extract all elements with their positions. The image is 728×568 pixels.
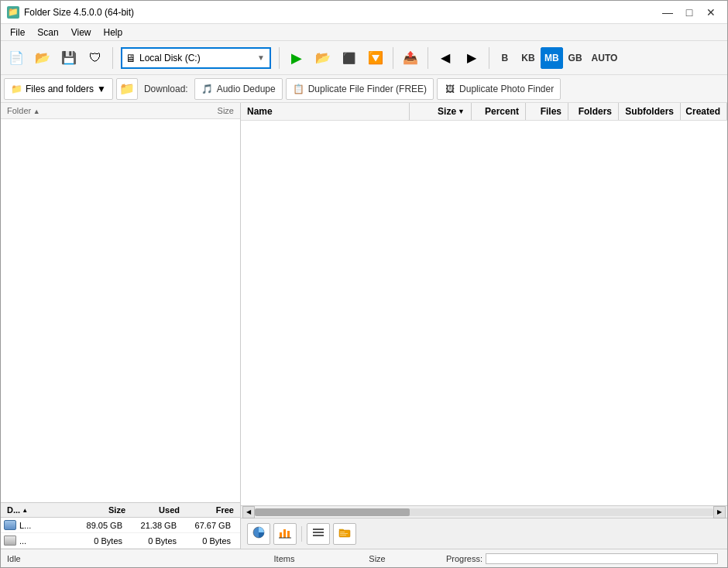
bar-chart-icon (279, 526, 291, 541)
drive-2-free: 0 Bytes (183, 536, 237, 546)
drive-list-header: D... ▲ Size Used Free (1, 503, 240, 518)
address-bar-input[interactable] (139, 53, 256, 63)
unit-b-button[interactable]: B (494, 47, 516, 69)
unit-kb-button[interactable]: KB (517, 47, 539, 69)
menu-help[interactable]: Help (98, 26, 129, 39)
bar-chart-tab[interactable] (273, 523, 297, 545)
files-folders-icon: 📁 (11, 84, 22, 94)
photo-finder-label: Duplicate Photo Finder (459, 84, 554, 94)
maximize-button[interactable]: □ (679, 5, 699, 20)
drive-size-col-header[interactable]: Size (46, 505, 129, 515)
unit-mb-button[interactable]: MB (541, 47, 563, 69)
window-controls: — □ ✕ (658, 5, 721, 20)
scroll-thumb[interactable] (255, 508, 410, 516)
drive-c-used: 21.38 GB (129, 521, 183, 530)
status-items: Items (238, 554, 331, 563)
save-button[interactable]: 💾 (57, 46, 81, 70)
drive-c-name: L... (4, 520, 46, 530)
col-header-subfolders[interactable]: Subfolders (619, 103, 681, 120)
unit-auto-button[interactable]: AUTO (588, 47, 622, 69)
drive-row-c[interactable]: L... 89.05 GB 21.38 GB 67.67 GB (1, 518, 240, 533)
col-folders-label: Folders (579, 106, 612, 117)
duplicate-file-finder-button[interactable]: 📋 Duplicate File Finder (FREE) (286, 78, 434, 100)
duplicate-finder-icon: 📋 (293, 83, 305, 95)
files-folders-button[interactable]: 📁 Files and folders ▼ (4, 78, 113, 100)
right-content[interactable] (241, 121, 727, 505)
unit-gb-button[interactable]: GB (565, 47, 586, 69)
stop-button[interactable]: ⬛ (337, 46, 362, 70)
folder-tree[interactable] (1, 119, 240, 502)
drive-2-used: 0 Bytes (129, 536, 183, 546)
pie-chart-icon (252, 526, 265, 541)
size-col-header[interactable]: Size (121, 106, 235, 115)
folder-view-tab[interactable] (333, 523, 356, 545)
bottom-tabs (241, 518, 727, 549)
play-button[interactable]: ▶ (284, 46, 309, 70)
scan-folder-button[interactable]: 📂 (311, 46, 335, 70)
toolbar-sep-4 (428, 47, 428, 69)
svg-rect-5 (313, 529, 324, 530)
export-button[interactable]: 📤 (398, 46, 423, 70)
open-button[interactable]: 📂 (30, 46, 55, 70)
status-size: Size (331, 554, 424, 563)
audio-dedupe-label: Audio Dedupe (217, 84, 276, 94)
close-button[interactable]: ✕ (701, 5, 721, 20)
address-bar-dropdown[interactable]: ▼ (256, 53, 266, 62)
col-size-label: Size (438, 106, 456, 117)
drive-col-header[interactable]: D... ▲ (4, 505, 46, 515)
drive-row-2[interactable]: ... 0 Bytes 0 Bytes 0 Bytes (1, 533, 240, 549)
menu-view[interactable]: View (65, 26, 98, 39)
folder-view-icon (338, 526, 351, 541)
secondary-scan-button[interactable]: 📁 (116, 78, 138, 100)
scroll-left-button[interactable]: ◀ (242, 506, 255, 518)
status-bar: Idle Items Size Progress: (1, 549, 727, 567)
scroll-right-button[interactable]: ▶ (713, 506, 726, 518)
list-icon (312, 526, 325, 541)
shield-button[interactable]: 🛡 (83, 46, 108, 70)
duplicate-photo-finder-button[interactable]: 🖼 Duplicate Photo Finder (437, 78, 561, 100)
photo-finder-icon: 🖼 (444, 83, 456, 95)
main-area: Folder Size D... ▲ Size Used Free L... (1, 103, 727, 549)
back-button[interactable]: ◀ (433, 46, 458, 70)
new-button[interactable]: 📄 (4, 46, 29, 70)
toolbar-sep-5 (489, 47, 489, 69)
drive-2-label: ... (19, 536, 26, 546)
toolbar-sep-2 (279, 47, 280, 69)
status-progress-label: Progress: (424, 554, 486, 563)
drive-list: D... ▲ Size Used Free L... 89.05 GB 21.3… (1, 502, 240, 549)
address-bar[interactable]: 🖥 ▼ (121, 47, 271, 69)
main-toolbar: 📄 📂 💾 🛡 🖥 ▼ ▶ 📂 ⬛ 🔽 📤 ◀ ▶ B KB MB GB AUT… (1, 41, 727, 75)
svg-rect-10 (340, 533, 348, 534)
col-header-created[interactable]: Created (681, 103, 727, 120)
filter-button[interactable]: 🔽 (363, 46, 388, 70)
audio-dedupe-button[interactable]: 🎵 Audio Dedupe (194, 78, 283, 100)
menu-file[interactable]: File (4, 26, 31, 39)
forward-button[interactable]: ▶ (459, 46, 484, 70)
col-header-folders[interactable]: Folders (568, 103, 619, 120)
menu-bar: File Scan View Help (1, 24, 727, 41)
col-created-label: Created (685, 106, 720, 117)
menu-scan[interactable]: Scan (31, 26, 64, 39)
col-size-sort-icon: ▼ (458, 108, 465, 115)
pie-chart-tab[interactable] (247, 523, 270, 545)
tab-separator (301, 526, 302, 542)
drive-free-col-header[interactable]: Free (183, 505, 237, 515)
list-view-tab[interactable] (307, 523, 330, 545)
col-header-size[interactable]: Size ▼ (410, 103, 472, 120)
scroll-track[interactable] (255, 508, 713, 516)
svg-rect-11 (340, 535, 346, 535)
col-header-files[interactable]: Files (526, 103, 568, 120)
col-percent-label: Percent (485, 106, 519, 117)
drive-sort-icon: ▲ (22, 507, 28, 514)
drive-2-icon (4, 535, 16, 546)
svg-rect-7 (313, 535, 324, 536)
folder-col-header[interactable]: Folder (7, 106, 121, 115)
col-name-label: Name (247, 106, 273, 117)
minimize-button[interactable]: — (658, 5, 678, 20)
drive-2-size: 0 Bytes (46, 536, 129, 546)
horizontal-scrollbar[interactable]: ◀ ▶ (241, 505, 727, 518)
status-idle: Idle (7, 554, 238, 563)
col-header-percent[interactable]: Percent (472, 103, 526, 120)
drive-used-col-header[interactable]: Used (129, 505, 183, 515)
col-header-name[interactable]: Name (241, 103, 410, 120)
